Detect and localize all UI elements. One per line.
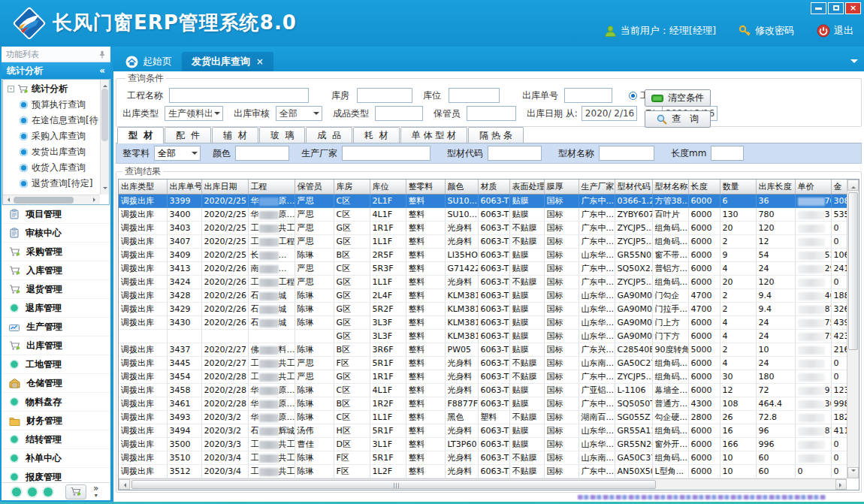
sidebar-section-header[interactable]: 统计分析 « <box>2 62 110 79</box>
table-row-12[interactable]: 调拨出库34452020/2/27工共工程严思F区5R1F整料光身料6063-T… <box>119 357 847 370</box>
maximize-button[interactable] <box>828 2 844 14</box>
project-name-input[interactable] <box>169 88 309 103</box>
sidebar-item-11[interactable]: 财务管理 <box>2 412 110 430</box>
material-tab-1[interactable]: 配 件 <box>165 127 211 143</box>
clear-conditions-button[interactable]: 清空条件 <box>645 89 711 107</box>
whole-piece-select[interactable]: 全部 <box>154 146 201 161</box>
column-header-16[interactable]: 数量 <box>720 180 756 195</box>
tab-overflow-icon[interactable] <box>850 59 858 67</box>
footer-cart-button[interactable] <box>65 484 86 499</box>
table-row-15[interactable]: 调拨出库34612020/2/28华原…陈琳B区1R2F整料F8877FT606… <box>119 397 847 411</box>
minimize-button[interactable] <box>811 2 826 14</box>
tree-item-1[interactable]: 在途信息查询[待 <box>3 113 100 128</box>
grid-vertical-scrollbar[interactable] <box>847 180 859 478</box>
grid-horizontal-scrollbar[interactable] <box>119 478 847 490</box>
horizontal-scroll-thumb[interactable] <box>131 480 656 489</box>
column-header-18[interactable]: 单价 <box>795 180 831 195</box>
footer-dot-icon[interactable] <box>28 487 37 496</box>
warehouse-input[interactable] <box>357 88 412 103</box>
table-row-7[interactable]: 调拨出库34282020/2/26石城陈琳G区2L4F整料KLM38176063… <box>119 289 847 303</box>
column-header-13[interactable]: 型材代码 <box>615 180 652 195</box>
sidebar-item-5[interactable]: 退库管理 <box>2 299 110 318</box>
tree-vertical-scrollbar[interactable] <box>100 80 109 195</box>
table-row-14[interactable]: 调拨出库34582020/2/28华原…陈琳C区4L1F整料光身料6063-T5… <box>119 384 847 397</box>
tree-root[interactable]: - 统计分析 <box>3 80 100 97</box>
tab-1[interactable]: 发货出库查询× <box>182 52 273 71</box>
tree-expander-icon[interactable]: - <box>8 86 14 92</box>
sidebar-item-4[interactable]: 退货管理 <box>2 280 110 299</box>
sidebar-item-2[interactable]: 采购管理 <box>2 243 110 261</box>
length-input[interactable] <box>711 146 744 161</box>
column-header-17[interactable]: 出库长度 <box>756 180 795 195</box>
tree-item-2[interactable]: 采购入库查询 <box>3 128 100 144</box>
tree-horizontal-scrollbar[interactable] <box>3 195 100 204</box>
date-from-picker[interactable]: 2020/ 2/16 <box>582 106 637 121</box>
table-row-1[interactable]: 调拨出库34002020/2/25华原…严思C区4L1F整料SU10...606… <box>119 208 847 222</box>
column-header-15[interactable]: 长度 <box>688 180 720 195</box>
pin-icon[interactable] <box>98 50 106 59</box>
column-header-7[interactable]: 整零料 <box>406 180 445 195</box>
table-row-11[interactable]: 调拨出库34372020/2/27佛料…陈琳B区3R6F整料PW056063-T… <box>119 343 847 357</box>
tree-item-3[interactable]: 发货出库查询 <box>3 144 100 160</box>
column-header-10[interactable]: 表面处理 <box>509 180 544 195</box>
sidebar-item-9[interactable]: 仓储管理 <box>2 374 110 393</box>
tree-item-5[interactable]: 退货查询[待定] <box>3 176 100 192</box>
tree-item-4[interactable]: 收货入库查询 <box>3 160 100 176</box>
table-row-3[interactable]: 调拨出库34072020/2/25工工程严思G区1L1F整料光身料6063-T5… <box>119 235 847 249</box>
logout-button[interactable]: 退出 <box>817 24 853 38</box>
location-input[interactable] <box>449 88 500 103</box>
table-row-0[interactable]: 调拨出库33992020/2/25华原…严思C区2L1F整料SU10...606… <box>119 195 847 208</box>
sidebar-item-8[interactable]: 工地管理 <box>2 355 110 374</box>
collapse-icon[interactable]: « <box>99 65 105 76</box>
profile-code-input[interactable] <box>488 146 542 161</box>
change-password-button[interactable]: 修改密码 <box>739 24 794 38</box>
sidebar-item-12[interactable]: 结转管理 <box>2 430 110 449</box>
table-row-17[interactable]: 调拨出库34942020/3/2石辉城汤伟H区5R1F整料光身料6063-T5贴… <box>119 424 847 438</box>
column-header-4[interactable]: 保管员 <box>295 180 334 195</box>
footer-overflow-button[interactable]: »▾ <box>93 485 98 499</box>
material-tab-5[interactable]: 耗 材 <box>353 127 400 143</box>
table-row-2[interactable]: 调拨出库34032020/2/25工共工程严思G区1R1F整料光身料6063-T… <box>119 222 847 235</box>
table-row-9[interactable]: 调拨出库34302020/2/26石城陈琳G区3L3F整料KLM38176063… <box>119 316 847 330</box>
column-header-2[interactable]: 出库日期 <box>201 180 248 195</box>
material-tab-4[interactable]: 成 品 <box>306 127 352 143</box>
search-button[interactable]: 查 询 <box>645 110 711 128</box>
table-row-6[interactable]: 调拨出库34242020/2/26工工程严思G区1L1F整料光身料6063-T5… <box>119 276 847 289</box>
table-row-18[interactable]: 调拨出库35002020/3/3工共工程曹佳D区3L1F整料LT3P606063… <box>119 438 847 451</box>
column-header-3[interactable]: 工程 <box>248 180 295 195</box>
sidebar-item-13[interactable]: 补单中心 <box>2 449 110 468</box>
column-header-9[interactable]: 材质 <box>478 180 509 195</box>
table-row-13[interactable]: 调拨出库34542020/2/28工共工程严思G区1R1F整料光身料6063-T… <box>119 370 847 384</box>
table-row-8[interactable]: 调拨出库34292020/2/26石城陈琳G区5R2F整料KLM38176063… <box>119 303 847 316</box>
table-row-10[interactable]: G区3L3F整料KLM38176063-T5贴膜国标山东华...GA90M09.… <box>119 330 847 343</box>
sidebar-item-14[interactable]: 报废管理 <box>2 468 110 482</box>
tree-item-0[interactable]: 预算执行查询 <box>3 97 100 113</box>
column-header-12[interactable]: 生产厂家 <box>579 180 615 195</box>
sidebar-item-10[interactable]: 物料盘存 <box>2 393 110 412</box>
material-tab-0[interactable]: 型 材 <box>117 127 164 143</box>
vertical-scroll-thumb[interactable] <box>848 192 858 350</box>
tab-0[interactable]: 起始页 <box>116 52 182 71</box>
footer-dot-icon[interactable] <box>44 487 53 496</box>
material-tab-6[interactable]: 单 体 型 材 <box>400 127 467 143</box>
sidebar-item-1[interactable]: 审核中心 <box>2 224 110 243</box>
outbound-type-select[interactable]: 生产领料出库 <box>165 106 223 121</box>
table-row-20[interactable]: 调拨出库35122020/3/4工共工程陈琳F区1L2F整料光身料6063-T5… <box>119 465 847 478</box>
column-header-5[interactable]: 库房 <box>334 180 370 195</box>
audit-select[interactable]: 全部 <box>276 106 322 121</box>
material-tab-7[interactable]: 隔 热 条 <box>468 127 524 143</box>
column-header-11[interactable]: 膜厚 <box>544 180 579 195</box>
sidebar-item-3[interactable]: 入库管理 <box>2 261 110 280</box>
table-row-19[interactable]: 调拨出库35102020/3/4工共工程陈琳F区5R1F整料光身料6063-T5… <box>119 451 847 465</box>
column-header-8[interactable]: 颜色 <box>445 180 478 195</box>
tab-close-icon[interactable]: × <box>256 56 264 67</box>
sidebar-item-7[interactable]: 出库管理 <box>2 337 110 355</box>
table-row-4[interactable]: 调拨出库34092020/2/25长…陈琳B区2R5F整料LI35HO6063-… <box>119 249 847 262</box>
column-header-19[interactable]: 金 <box>831 180 847 195</box>
keeper-input[interactable] <box>467 106 516 121</box>
column-header-1[interactable]: 出库单号 <box>167 180 201 195</box>
sidebar-item-6[interactable]: 生产管理 <box>2 318 110 337</box>
material-tab-3[interactable]: 玻 璃 <box>259 127 306 143</box>
color-input[interactable] <box>235 146 289 161</box>
column-header-14[interactable]: 型材名称 <box>652 180 688 195</box>
